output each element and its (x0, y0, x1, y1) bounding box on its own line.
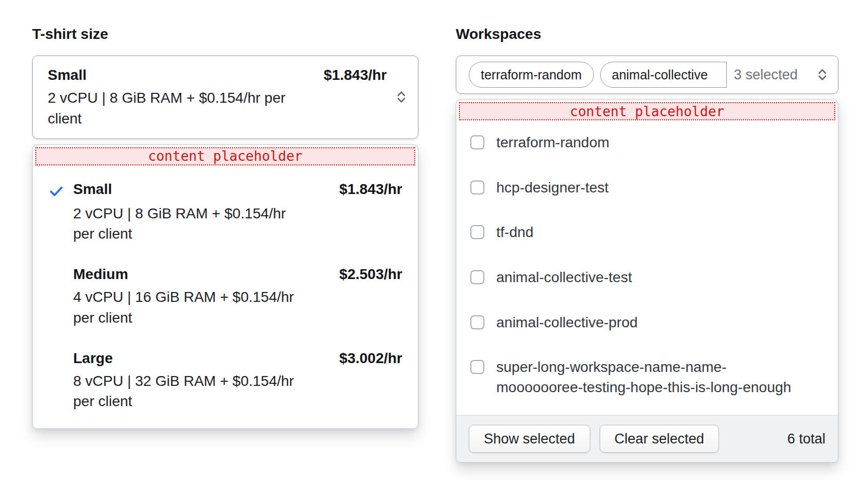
selected-option-row: Small $1.843/hr (48, 67, 387, 84)
workspace-option-label: animal-collective-test (496, 268, 632, 288)
option-title: Small (73, 181, 340, 198)
workspace-option-label: super-long-workspace-name-name-moooooore… (496, 357, 807, 397)
workspaces-options-list: terraform-random hcp-designer-test tf-dn… (456, 120, 838, 397)
selected-pill-animal-collective[interactable]: animal-collective (600, 62, 727, 88)
up-down-chevron-icon (396, 90, 406, 104)
option-price: $2.503/hr (340, 266, 402, 283)
option-price: $1.843/hr (340, 181, 402, 198)
selected-pill-terraform-random[interactable]: terraform-random (469, 62, 594, 88)
workspace-option-label: hcp-designer-test (496, 178, 608, 198)
total-count-label: 6 total (787, 431, 825, 447)
workspace-option-label: animal-collective-prod (496, 313, 638, 333)
tshirt-size-section: T-shirt size Small $1.843/hr 2 vCPU | 8 … (32, 26, 418, 429)
checkmark-placeholder (48, 266, 73, 268)
checkbox-unchecked-icon[interactable] (470, 315, 484, 329)
selected-size-price: $1.843/hr (324, 67, 387, 84)
workspace-option-super-long-workspace[interactable]: super-long-workspace-name-name-moooooore… (470, 357, 824, 397)
checkmark-icon (48, 181, 73, 199)
size-options-list: Small $1.843/hr 2 vCPU | 8 GiB RAM + $0.… (33, 165, 418, 429)
workspace-option-label: tf-dnd (496, 223, 534, 243)
checkbox-unchecked-icon[interactable] (470, 180, 484, 195)
option-price: $3.002/hr (340, 350, 402, 367)
up-down-chevron-icon (817, 67, 828, 82)
workspace-option-terraform-random[interactable]: terraform-random (470, 133, 824, 153)
option-description: 8 vCPU | 32 GiB RAM + $0.154/hr per clie… (73, 371, 299, 412)
workspace-option-animal-collective-prod[interactable]: animal-collective-prod (470, 313, 824, 333)
workspace-option-label: terraform-random (496, 133, 609, 153)
option-title: Large (73, 350, 340, 367)
workspaces-label: Workspaces (456, 26, 838, 43)
checkmark-placeholder (48, 350, 73, 352)
selected-size-description: 2 vCPU | 8 GiB RAM + $0.154/hr per clien… (48, 88, 307, 129)
workspaces-dropdown-footer: Show selected Clear selected 6 total (456, 415, 838, 462)
workspace-option-animal-collective-test[interactable]: animal-collective-test (470, 268, 824, 288)
checkbox-unchecked-icon[interactable] (470, 225, 484, 239)
selected-count-label: 3 selected (734, 67, 798, 83)
content-placeholder-banner: content placeholder (459, 102, 835, 120)
size-option-small[interactable]: Small $1.843/hr 2 vCPU | 8 GiB RAM + $0.… (48, 181, 402, 245)
size-option-large[interactable]: Large $3.002/hr 8 vCPU | 32 GiB RAM + $0… (48, 350, 402, 412)
tshirt-size-label: T-shirt size (32, 26, 418, 43)
workspace-option-hcp-designer-test[interactable]: hcp-designer-test (470, 178, 824, 198)
tshirt-size-select-trigger[interactable]: Small $1.843/hr 2 vCPU | 8 GiB RAM + $0.… (32, 55, 418, 139)
show-selected-button[interactable]: Show selected (469, 425, 590, 453)
size-option-medium[interactable]: Medium $2.503/hr 4 vCPU | 16 GiB RAM + $… (48, 266, 402, 328)
workspace-option-tf-dnd[interactable]: tf-dnd (470, 223, 824, 243)
checkbox-unchecked-icon[interactable] (470, 360, 484, 374)
workspaces-multiselect-trigger[interactable]: terraform-random animal-collective 3 sel… (456, 55, 838, 94)
selected-size-title: Small (48, 67, 87, 84)
content-placeholder-banner: content placeholder (35, 147, 415, 165)
clear-selected-button[interactable]: Clear selected (600, 425, 720, 453)
option-description: 2 vCPU | 8 GiB RAM + $0.154/hr per clien… (73, 203, 299, 245)
checkbox-unchecked-icon[interactable] (470, 135, 484, 149)
option-description: 4 vCPU | 16 GiB RAM + $0.154/hr per clie… (73, 287, 299, 328)
workspaces-dropdown: content placeholder terraform-random hcp… (456, 99, 838, 463)
tshirt-size-dropdown: content placeholder Small $1.843/hr 2 vC… (32, 144, 418, 429)
workspaces-section: Workspaces terraform-random animal-colle… (456, 26, 838, 463)
checkbox-unchecked-icon[interactable] (470, 270, 484, 284)
option-title: Medium (73, 266, 340, 283)
